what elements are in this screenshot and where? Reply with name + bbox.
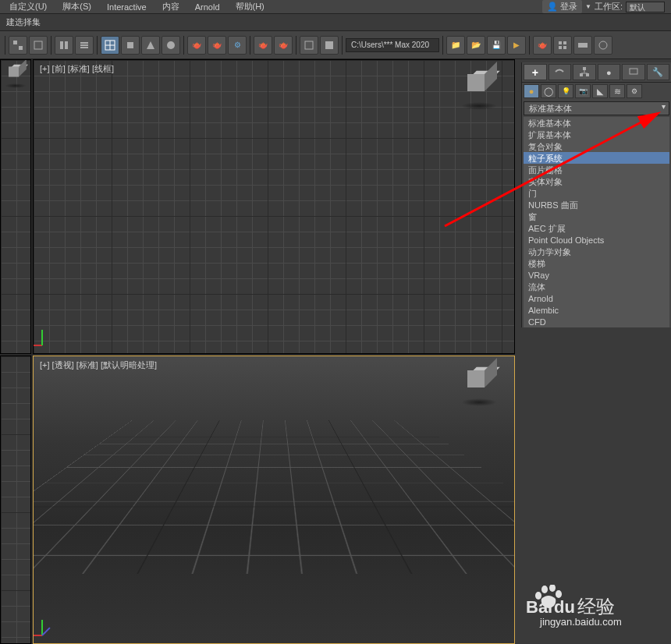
toolbar-button-10[interactable]: 🫖 xyxy=(208,36,226,55)
toolbar-button-14[interactable] xyxy=(300,36,318,55)
toolbar-button-7[interactable] xyxy=(141,36,160,55)
toolbar-button-20[interactable]: 🫖 xyxy=(533,36,552,55)
toolbar-button-5[interactable] xyxy=(101,36,119,55)
svg-rect-19 xyxy=(563,46,566,49)
teapot-icon: 🫖 xyxy=(192,41,201,49)
sphere-icon: ● xyxy=(529,87,534,96)
toolbar-button-23[interactable] xyxy=(594,36,612,55)
category-item-11[interactable]: 动力学对象 xyxy=(524,246,669,257)
category-dropdown[interactable]: 标准基本体 xyxy=(524,101,669,115)
category-item-17[interactable]: CFD xyxy=(524,316,669,327)
teapot-plus-icon: 🫖 xyxy=(212,41,222,49)
viewcube-perspective[interactable] xyxy=(458,366,500,408)
toolbar-button-16[interactable]: 📁 xyxy=(446,36,465,55)
toolbar-button-4[interactable] xyxy=(75,36,94,55)
menu-interactive[interactable]: Interactive xyxy=(99,1,154,13)
category-item-0[interactable]: 标准基本体 xyxy=(524,117,669,129)
subtab-geometry[interactable]: ● xyxy=(524,84,539,98)
viewport-perspective[interactable]: [+] [透视] [标准] [默认明暗处理] xyxy=(33,356,515,644)
menu-arnold[interactable]: Arnold xyxy=(187,1,228,13)
svg-point-33 xyxy=(556,590,562,598)
viewport-left-strip-top[interactable] xyxy=(0,59,31,354)
toolbar-button-15[interactable] xyxy=(320,36,339,55)
tab-utilities[interactable]: 🔧 xyxy=(647,64,670,80)
tab-modify[interactable] xyxy=(549,64,572,80)
chevron-down-icon[interactable]: ▼ xyxy=(585,3,591,10)
toolbar-button-11[interactable]: ⚙ xyxy=(228,36,247,55)
subtab-spacewarps[interactable]: ≋ xyxy=(609,84,625,98)
toolbar-button-8[interactable] xyxy=(162,36,180,55)
category-item-16[interactable]: Alembic xyxy=(524,304,669,316)
svg-rect-23 xyxy=(580,73,583,76)
svg-point-13 xyxy=(167,41,175,49)
svg-text:经验: 经验 xyxy=(577,596,615,617)
subtab-shapes[interactable]: ◯ xyxy=(541,84,556,98)
svg-rect-27 xyxy=(630,69,637,74)
svg-rect-0 xyxy=(13,41,17,44)
viewcube-front[interactable] xyxy=(458,69,500,111)
svg-rect-24 xyxy=(586,73,589,76)
toolbar-button-2[interactable] xyxy=(29,36,48,55)
motion-icon: ● xyxy=(606,68,612,77)
category-item-5[interactable]: 实体对象 xyxy=(524,175,669,187)
svg-rect-22 xyxy=(583,67,586,70)
category-item-4[interactable]: 面片栅格 xyxy=(524,164,669,175)
helper-icon: ◣ xyxy=(597,87,603,97)
category-item-7[interactable]: NURBS 曲面 xyxy=(524,199,669,211)
category-item-13[interactable]: VRay xyxy=(524,269,669,281)
category-item-14[interactable]: 流体 xyxy=(524,281,669,292)
subtab-cameras[interactable]: 📷 xyxy=(575,84,591,98)
toolbar-button-9[interactable]: 🫖 xyxy=(187,36,206,55)
menu-customize[interactable]: 自定义(U) xyxy=(2,0,55,14)
category-item-10[interactable]: Point Cloud Objects xyxy=(524,234,669,246)
viewport-front-label[interactable]: [+] [前] [标准] [线框] xyxy=(40,63,114,75)
subtab-lights[interactable]: 💡 xyxy=(558,84,573,98)
menu-content[interactable]: 内容 xyxy=(154,0,187,14)
tab-create[interactable]: + xyxy=(524,64,547,80)
toolbar-button-21[interactable] xyxy=(553,36,572,55)
toolbar-button-22[interactable] xyxy=(573,36,592,55)
tab-motion[interactable]: ● xyxy=(598,64,621,80)
watermark: Bai du 经验 jingyan.baidu.com xyxy=(526,585,659,630)
toolbar-button-19[interactable]: ▶ xyxy=(507,36,526,55)
toolbar-button-17[interactable]: 📂 xyxy=(467,36,485,55)
menu-script[interactable]: 脚本(S) xyxy=(55,0,99,14)
display-icon xyxy=(628,66,639,79)
viewport-front[interactable]: [+] [前] [标准] [线框] xyxy=(33,59,515,354)
hierarchy-icon xyxy=(579,66,590,79)
workspace-select[interactable]: 默认 xyxy=(626,2,665,12)
toolbar-button-12[interactable]: 🫖 xyxy=(254,36,272,55)
viewport-perspective-label[interactable]: [+] [透视] [标准] [默认明暗处理] xyxy=(40,359,157,371)
category-item-2[interactable]: 复合对象 xyxy=(524,140,669,152)
subtab-systems[interactable]: ⚙ xyxy=(627,84,642,98)
path-field[interactable]: C:\Users\*** Max 2020 xyxy=(346,38,439,52)
category-item-12[interactable]: 楼梯 xyxy=(524,257,669,269)
svg-point-31 xyxy=(549,585,556,592)
category-item-8[interactable]: 窗 xyxy=(524,211,669,222)
command-panel-tabs: + ● 🔧 xyxy=(522,62,671,83)
plus-icon: + xyxy=(532,66,538,79)
teapot-icon-3: 🫖 xyxy=(279,41,288,49)
toolbar-button-18[interactable]: 💾 xyxy=(487,36,506,55)
toolbar-button-1[interactable] xyxy=(9,36,27,55)
toolbar-button-13[interactable]: 🫖 xyxy=(274,36,293,55)
category-item-6[interactable]: 门 xyxy=(524,187,669,199)
subtab-helpers[interactable]: ◣ xyxy=(592,84,608,98)
toolbar-button-6[interactable] xyxy=(121,36,140,55)
menu-help[interactable]: 帮助(H) xyxy=(228,0,272,14)
axis-widget-front xyxy=(41,314,73,345)
category-item-3[interactable]: 粒子系统 xyxy=(524,152,669,164)
tab-display[interactable] xyxy=(622,64,645,80)
category-item-15[interactable]: Arnold xyxy=(524,292,669,304)
toolbar-button-3[interactable] xyxy=(55,36,73,55)
svg-point-30 xyxy=(541,586,548,593)
svg-rect-15 xyxy=(325,41,333,49)
category-item-1[interactable]: 扩展基本体 xyxy=(524,129,669,140)
svg-rect-7 xyxy=(80,47,88,48)
svg-rect-14 xyxy=(305,41,313,49)
circle-icon: ◯ xyxy=(544,87,553,97)
category-item-9[interactable]: AEC 扩展 xyxy=(524,222,669,234)
tab-hierarchy[interactable] xyxy=(573,64,596,80)
viewport-left-strip-bottom[interactable] xyxy=(0,356,31,644)
login-button[interactable]: 👤 登录 xyxy=(542,0,582,13)
